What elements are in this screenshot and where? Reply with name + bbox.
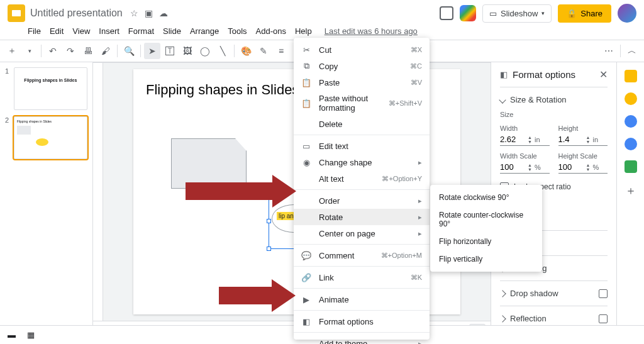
- link-icon: 🔗: [301, 272, 311, 282]
- calendar-icon[interactable]: [625, 70, 637, 82]
- menu-arrange[interactable]: Arrange: [190, 26, 219, 36]
- move-icon[interactable]: ▣: [145, 8, 153, 18]
- ctx-format-options[interactable]: ◧Format options: [294, 313, 430, 330]
- cut-icon: ✂: [301, 45, 311, 55]
- paint-format-button[interactable]: 🖌: [97, 43, 114, 59]
- toolbar-overflow[interactable]: ⋯: [601, 43, 617, 59]
- line-tool[interactable]: ╲: [214, 43, 231, 59]
- ctx-cut[interactable]: ✂Cut⌘X: [294, 42, 430, 58]
- close-icon[interactable]: ✕: [599, 69, 608, 80]
- width-scale-label: Width Scale: [500, 152, 550, 160]
- share-button[interactable]: 🔒 Share: [558, 4, 611, 23]
- size-label: Size: [500, 111, 608, 118]
- new-slide-button[interactable]: ＋: [4, 43, 20, 59]
- ctx-animate[interactable]: ▶Animate: [294, 291, 430, 308]
- menu-slide[interactable]: Slide: [163, 26, 181, 36]
- ctx-alt-text[interactable]: Alt text⌘+Option+Y: [294, 170, 430, 187]
- drop-shadow-header[interactable]: Drop shadow: [500, 289, 608, 298]
- slides-logo-icon[interactable]: [8, 4, 25, 22]
- ctx-center[interactable]: Center on page▸: [294, 225, 430, 241]
- format-options-icon: ◧: [500, 70, 508, 79]
- ctx-rotate[interactable]: Rotate▸: [294, 209, 430, 225]
- ctx-change-shape[interactable]: ◉Change shape▸: [294, 154, 430, 170]
- slide-thumbnail-1[interactable]: Flipping shapes in Slides: [14, 67, 87, 110]
- annotation-arrow: [219, 287, 272, 304]
- print-button[interactable]: 🖶: [80, 43, 96, 59]
- menu-addons[interactable]: Add-ons: [256, 26, 286, 36]
- grid-view-icon[interactable]: ▦: [27, 330, 35, 340]
- menu-help[interactable]: Help: [295, 26, 312, 36]
- image-tool[interactable]: 🖼: [179, 43, 196, 59]
- ctx-delete[interactable]: Delete: [294, 116, 430, 132]
- ctx-paste[interactable]: 📋Paste⌘V: [294, 74, 430, 91]
- width-stepper[interactable]: ▲▼: [528, 135, 532, 144]
- ctx-add-theme[interactable]: Add to theme▸: [294, 335, 430, 344]
- redo-button[interactable]: ↷: [62, 43, 79, 59]
- context-menu: ✂Cut⌘X ⧉Copy⌘C 📋Paste⌘V 📋Paste without f…: [294, 38, 430, 340]
- slide-thumbnail-2[interactable]: Flipping shapes in Slides: [14, 116, 87, 159]
- width-scale-input[interactable]: [500, 162, 525, 172]
- rotate-submenu: Rotate clockwise 90° Rotate counter-cloc…: [430, 185, 542, 272]
- fill-color-button[interactable]: 🎨: [238, 43, 254, 59]
- ctx-paste-nf[interactable]: 📋Paste without formatting⌘+Shift+V: [294, 91, 430, 116]
- reflection-checkbox[interactable]: [599, 314, 608, 323]
- vertical-ruler: [93, 63, 103, 321]
- drop-shadow-checkbox[interactable]: [599, 289, 608, 298]
- last-edit-link[interactable]: Last edit was 6 hours ago: [325, 26, 418, 36]
- menu-tools[interactable]: Tools: [228, 26, 247, 36]
- height-input[interactable]: [558, 135, 584, 144]
- menu-insert[interactable]: Insert: [99, 26, 119, 36]
- chevron-right-icon: [499, 315, 506, 322]
- height-scale-input[interactable]: [558, 162, 584, 172]
- add-addon-icon[interactable]: ＋: [625, 183, 636, 198]
- rotate-ccw[interactable]: Rotate counter-clockwise 90°: [430, 206, 542, 233]
- star-icon[interactable]: ☆: [130, 8, 138, 18]
- menu-view[interactable]: View: [72, 26, 90, 36]
- border-color-button[interactable]: ✎: [255, 43, 272, 59]
- slideshow-button[interactable]: ▭ Slideshow ▾: [482, 4, 552, 23]
- resize-handle[interactable]: [267, 247, 271, 251]
- collapse-toolbar-icon[interactable]: ︿: [624, 43, 640, 59]
- filmstrip-view-icon[interactable]: ▬: [8, 330, 16, 340]
- hscale-stepper[interactable]: ▲▼: [586, 163, 591, 172]
- cloud-status-icon[interactable]: ☁: [159, 8, 168, 18]
- shape-icon: ◉: [301, 157, 311, 167]
- flip-horizontal[interactable]: Flip horizontally: [430, 233, 542, 250]
- menu-file[interactable]: File: [28, 26, 41, 36]
- ctx-comment[interactable]: 💬Comment⌘+Option+M: [294, 247, 430, 264]
- ctx-copy[interactable]: ⧉Copy⌘C: [294, 58, 430, 74]
- ctx-edit-text[interactable]: ▭Edit text: [294, 138, 430, 154]
- maps-icon[interactable]: [625, 160, 637, 173]
- folded-corner-shape[interactable]: [171, 138, 247, 189]
- comments-icon[interactable]: [440, 6, 453, 20]
- resize-handle[interactable]: [267, 219, 271, 223]
- border-weight-button[interactable]: ≡: [273, 43, 289, 59]
- meet-icon[interactable]: [460, 5, 476, 21]
- doc-title[interactable]: Untitled presentation: [30, 8, 123, 19]
- keep-icon[interactable]: [625, 92, 637, 105]
- share-label: Share: [580, 9, 602, 18]
- chevron-down-icon[interactable]: ▾: [21, 43, 38, 59]
- undo-button[interactable]: ↶: [45, 43, 61, 59]
- reflection-header[interactable]: Reflection: [500, 314, 608, 323]
- ctx-order[interactable]: Order▸: [294, 192, 430, 209]
- account-avatar[interactable]: [618, 4, 636, 23]
- side-panel-rail: ＋: [616, 62, 644, 337]
- size-rotation-header[interactable]: Size & Rotation: [500, 95, 608, 104]
- zoom-button[interactable]: 🔍: [121, 43, 137, 59]
- menu-edit[interactable]: Edit: [50, 26, 64, 36]
- present-icon: ▭: [489, 9, 497, 18]
- width-input[interactable]: [500, 135, 525, 144]
- wscale-stepper[interactable]: ▲▼: [528, 163, 532, 172]
- textbox-tool[interactable]: 🅃: [162, 43, 178, 59]
- flip-vertical[interactable]: Flip vertically: [430, 250, 542, 268]
- height-stepper[interactable]: ▲▼: [586, 135, 591, 144]
- tasks-icon[interactable]: [625, 115, 637, 128]
- shape-tool[interactable]: ◯: [197, 43, 213, 59]
- unit-label: %: [592, 164, 599, 171]
- ctx-link[interactable]: 🔗Link⌘K: [294, 269, 430, 286]
- contacts-icon[interactable]: [625, 138, 637, 150]
- rotate-cw[interactable]: Rotate clockwise 90°: [430, 189, 542, 206]
- select-tool[interactable]: ➤: [144, 43, 160, 59]
- menu-format[interactable]: Format: [128, 26, 154, 36]
